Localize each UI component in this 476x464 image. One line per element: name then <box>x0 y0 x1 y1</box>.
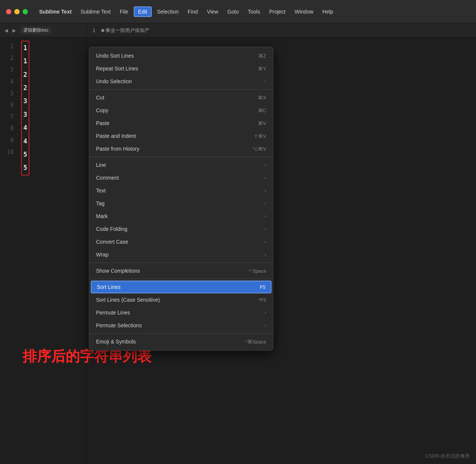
code-line: 5 <box>23 161 27 174</box>
menu-item-undo-sort-lines[interactable]: Undo Sort Lines⌘Z <box>89 49 273 62</box>
menu-item-repeat-sort-lines[interactable]: Repeat Sort Lines⌘Y <box>89 62 273 75</box>
menu-item-view[interactable]: View <box>203 7 222 16</box>
main-area: ◀ ▶ 逻辑删除exc 12345678910 1122334455 1 事业一… <box>0 23 476 464</box>
menu-item-sort-lines-case-sensitive[interactable]: Sort Lines (Case Sensitive)^F5 <box>89 293 273 306</box>
menu-item-show-completions[interactable]: Show Completions^ Space <box>89 264 273 277</box>
menu-item-file[interactable]: File <box>116 7 132 16</box>
menu-item-label: Show Completions <box>96 268 140 274</box>
menu-item-label: Permute Selections <box>96 322 142 328</box>
menu-item-project[interactable]: Project <box>265 7 290 16</box>
menu-item-help[interactable]: Help <box>319 7 337 16</box>
menu-item-comment[interactable]: Comment› <box>89 171 273 184</box>
editor-area: ◀ ▶ 逻辑删除exc 12345678910 1122334455 <box>0 23 87 464</box>
menu-item-paste-from-history[interactable]: Paste from History⌥⌘V <box>89 142 273 155</box>
menu-item-arrow: › <box>265 162 266 168</box>
menu-item-wrap[interactable]: Wrap› <box>89 248 273 261</box>
menu-item-label: Repeat Sort Lines <box>96 66 138 72</box>
minimize-button[interactable] <box>14 9 20 14</box>
menu-item-undo-selection[interactable]: Undo Selection› <box>89 75 273 88</box>
menu-item-label: Copy <box>96 107 108 113</box>
menu-item-shortcut: ⌘C <box>258 108 266 113</box>
menu-item-label: Tag <box>96 200 105 206</box>
menu-item-shortcut: ⇧⌘V <box>254 133 266 139</box>
menu-item-paste[interactable]: Paste⌘V <box>89 117 273 130</box>
menu-item-mark[interactable]: Mark› <box>89 210 273 223</box>
menu-item-cut[interactable]: Cut⌘X <box>89 91 273 104</box>
tab-nav[interactable]: ◀ ▶ <box>3 27 17 34</box>
line-number: 3 <box>0 64 14 76</box>
menu-item-label: Wrap <box>96 252 108 258</box>
title-bar: Sublime Text Sublime TextFileEditSelecti… <box>0 0 476 23</box>
menu-item-shortcut: F5 <box>260 284 265 290</box>
menu-bar: Sublime Text Sublime TextFileEditSelecti… <box>35 6 337 17</box>
menu-item-label: Code Folding <box>96 226 127 232</box>
menu-item-tools[interactable]: Tools <box>244 7 264 16</box>
menu-item-arrow: › <box>265 226 266 232</box>
code-line: 5 <box>23 148 27 161</box>
menu-item-copy[interactable]: Copy⌘C <box>89 104 273 117</box>
edit-dropdown-menu: Undo Sort Lines⌘ZRepeat Sort Lines⌘YUndo… <box>89 47 273 351</box>
code-line: 3 <box>23 95 27 108</box>
tab-prev-btn[interactable]: ◀ <box>3 27 9 34</box>
tab-bar: ◀ ▶ 逻辑删除exc <box>0 23 86 38</box>
line-number: 9 <box>0 135 14 147</box>
menu-item-label: Sort Lines (Case Sensitive) <box>96 297 160 303</box>
menu-item-line[interactable]: Line› <box>89 159 273 171</box>
menu-item-selection[interactable]: Selection <box>153 7 183 16</box>
menu-item-permute-selections[interactable]: Permute Selections› <box>89 319 273 332</box>
code-line: 4 <box>23 121 27 134</box>
right-tab-bar: 1 事业一部用户添加产 <box>87 23 476 38</box>
code-content[interactable]: 1122334455 <box>18 38 86 464</box>
right-tab-title: 事业一部用户添加产 <box>105 27 150 33</box>
code-line: 2 <box>23 68 27 81</box>
close-button[interactable] <box>6 9 11 14</box>
code-line: 3 <box>23 108 27 121</box>
menu-separator <box>89 333 273 334</box>
menu-item-text[interactable]: Text› <box>89 184 273 197</box>
menu-item-label: Text <box>96 188 106 194</box>
menu-item-arrow: › <box>265 201 266 206</box>
right-tab[interactable]: 1 事业一部用户添加产 <box>93 27 150 34</box>
menu-item-paste-and-indent[interactable]: Paste and Indent⇧⌘V <box>89 130 273 142</box>
menu-item-code-folding[interactable]: Code Folding› <box>89 223 273 235</box>
menu-item-edit[interactable]: Edit <box>134 6 152 17</box>
menu-item-permute-lines[interactable]: Permute Lines› <box>89 306 273 319</box>
app-name: Sublime Text <box>35 7 75 16</box>
line-number: 10 <box>0 147 14 158</box>
menu-item-shortcut: ⌘Y <box>258 66 266 72</box>
menu-item-label: Paste <box>96 120 110 126</box>
menu-item-shortcut: ⌘X <box>258 95 266 101</box>
menu-item-window[interactable]: Window <box>291 7 317 16</box>
line-number: 1 <box>0 41 14 52</box>
menu-item-tag[interactable]: Tag› <box>89 197 273 210</box>
menu-item-label: Convert Case <box>96 239 128 245</box>
menu-item-arrow: › <box>265 310 266 315</box>
menu-separator <box>89 157 273 157</box>
watermark: CSDN @衣冠的禽兽 <box>425 453 470 459</box>
menu-item-shortcut: ^⌘Space <box>245 339 266 345</box>
code-editor: 12345678910 1122334455 <box>0 38 86 464</box>
menu-item-goto[interactable]: Goto <box>224 7 243 16</box>
menu-item-label: Mark <box>96 213 108 219</box>
menu-item-emoji--symbols[interactable]: Emoji & Symbols^⌘Space <box>89 335 273 348</box>
menu-item-label: Undo Sort Lines <box>96 53 134 59</box>
selected-code-block: 1122334455 <box>21 41 29 176</box>
code-line: 2 <box>23 81 27 95</box>
tab-label[interactable]: 逻辑删除exc <box>20 26 52 34</box>
maximize-button[interactable] <box>23 9 28 14</box>
menu-separator <box>89 279 273 279</box>
line-number: 4 <box>0 76 14 88</box>
menu-item-arrow: › <box>265 188 266 193</box>
menu-item-arrow: › <box>265 79 266 84</box>
tab-next-btn[interactable]: ▶ <box>11 27 17 34</box>
traffic-lights <box>6 9 28 14</box>
dropdown-overlay: Undo Sort Lines⌘ZRepeat Sort Lines⌘YUndo… <box>89 47 273 351</box>
menu-item-sort-lines[interactable]: Sort LinesF5 <box>91 281 272 293</box>
line-number: 6 <box>0 99 14 111</box>
menu-item-label: Paste and Indent <box>96 133 136 139</box>
menu-item-shortcut: ^ Space <box>249 268 266 274</box>
menu-item-find[interactable]: Find <box>184 7 201 16</box>
menu-item-shortcut: ⌘V <box>258 121 266 126</box>
menu-item-sublime-text[interactable]: Sublime Text <box>77 7 114 16</box>
menu-item-convert-case[interactable]: Convert Case› <box>89 235 273 248</box>
